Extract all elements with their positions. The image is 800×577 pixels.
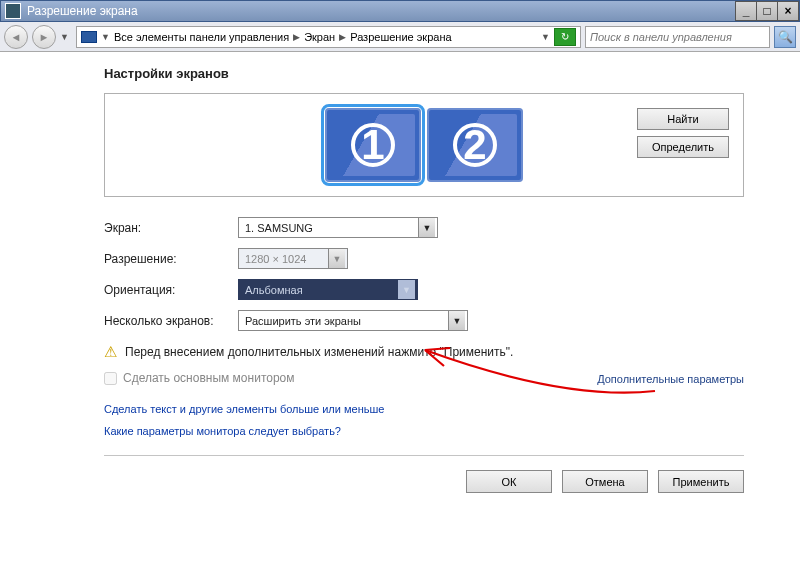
breadcrumb-mid[interactable]: Экран	[304, 31, 335, 43]
identify-button[interactable]: Определить	[637, 136, 729, 158]
display-icon	[81, 31, 97, 43]
page-heading: Настройки экранов	[104, 66, 744, 81]
cancel-button[interactable]: Отмена	[562, 470, 648, 493]
multi-display-select[interactable]: Расширить эти экраны▼	[238, 310, 468, 331]
monitor-2[interactable]: 2	[427, 108, 523, 182]
breadcrumb[interactable]: ▼ Все элементы панели управления ▶ Экран…	[76, 26, 581, 48]
orientation-label: Ориентация:	[104, 283, 238, 297]
find-button[interactable]: Найти	[637, 108, 729, 130]
display-label: Экран:	[104, 221, 238, 235]
history-dropdown[interactable]: ▼	[60, 32, 72, 42]
monitor-1-number: 1	[351, 123, 395, 167]
text-size-link[interactable]: Сделать текст и другие элементы больше и…	[104, 403, 744, 415]
ok-button[interactable]: ОК	[466, 470, 552, 493]
which-monitor-link[interactable]: Какие параметры монитора следует выбрать…	[104, 425, 744, 437]
close-button[interactable]: ×	[777, 1, 799, 21]
maximize-button[interactable]: □	[756, 1, 778, 21]
apply-button[interactable]: Применить	[658, 470, 744, 493]
content-area: Настройки экранов 1 2 Найти Определить Э…	[0, 52, 800, 577]
make-primary-checkbox	[104, 372, 117, 385]
search-button[interactable]: 🔍	[774, 26, 796, 48]
monitor-2-number: 2	[453, 123, 497, 167]
multi-display-label: Несколько экранов:	[104, 314, 238, 328]
warning-icon: ⚠	[104, 343, 117, 361]
advanced-link[interactable]: Дополнительные параметры	[597, 373, 744, 385]
search-input[interactable]: Поиск в панели управления	[585, 26, 770, 48]
make-primary-label: Сделать основным монитором	[123, 371, 295, 385]
window-titlebar: Разрешение экрана _ □ ×	[0, 0, 800, 22]
apply-warning: ⚠ Перед внесением дополнительных изменен…	[104, 343, 744, 361]
breadcrumb-leaf[interactable]: Разрешение экрана	[350, 31, 451, 43]
app-icon	[5, 3, 21, 19]
display-select[interactable]: 1. SAMSUNG▼	[238, 217, 438, 238]
resolution-label: Разрешение:	[104, 252, 238, 266]
back-button[interactable]: ◄	[4, 25, 28, 49]
orientation-select[interactable]: Альбомная▼	[238, 279, 418, 300]
monitor-preview: 1 2 Найти Определить	[104, 93, 744, 197]
refresh-button[interactable]: ↻	[554, 28, 576, 46]
breadcrumb-root[interactable]: Все элементы панели управления	[114, 31, 289, 43]
minimize-button[interactable]: _	[735, 1, 757, 21]
monitor-1[interactable]: 1	[325, 108, 421, 182]
forward-button[interactable]: ►	[32, 25, 56, 49]
navbar: ◄ ► ▼ ▼ Все элементы панели управления ▶…	[0, 22, 800, 52]
resolution-select[interactable]: 1280 × 1024▼	[238, 248, 348, 269]
window-title: Разрешение экрана	[25, 4, 736, 18]
